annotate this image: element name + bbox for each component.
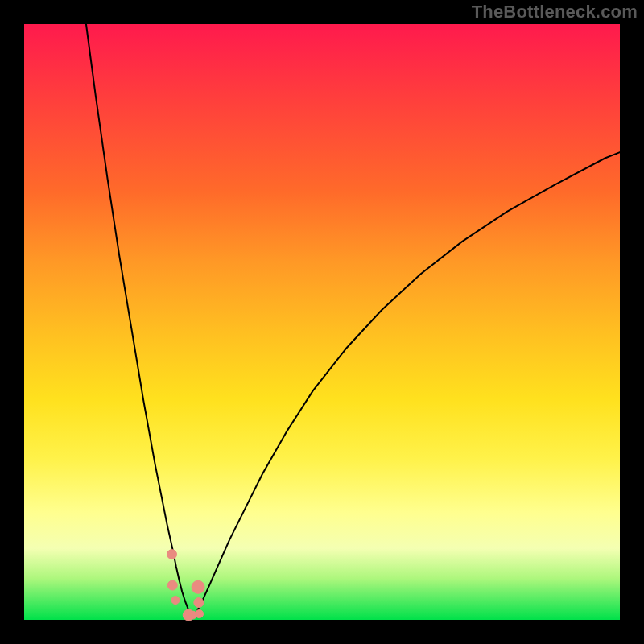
marker-point: [167, 580, 177, 590]
chart-frame: TheBottleneck.com: [0, 0, 644, 644]
marker-point: [194, 598, 204, 608]
marker-point: [196, 610, 204, 618]
marker-point: [171, 597, 180, 605]
marker-point: [192, 580, 204, 593]
plot-area: [24, 24, 620, 620]
marker-point: [167, 550, 177, 559]
curve-svg: [24, 24, 620, 620]
curve-left_branch: [86, 24, 192, 618]
watermark-text: TheBottleneck.com: [472, 2, 638, 23]
curve-right_branch: [192, 152, 620, 618]
